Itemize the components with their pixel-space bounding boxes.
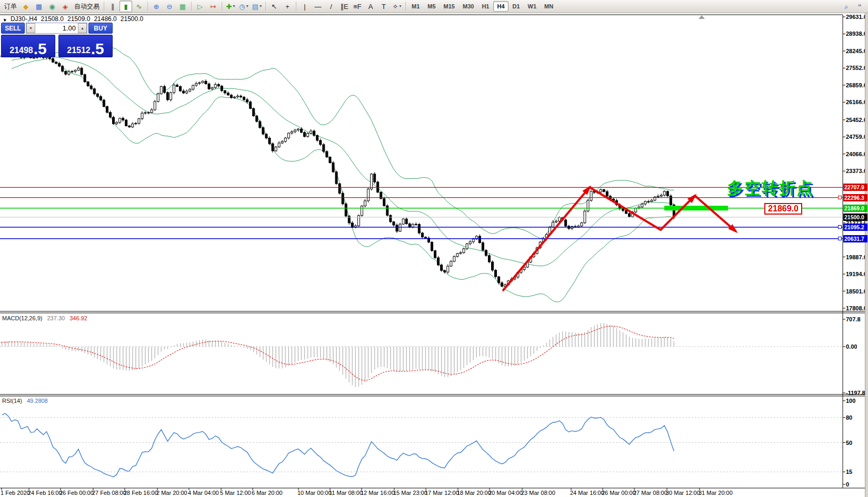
chat-icon[interactable]: ❝ [853, 1, 866, 12]
buy-button[interactable]: BUY [88, 23, 113, 34]
timeframe-h4-button[interactable]: H4 [493, 1, 508, 12]
time-tick-label: 2 Mar 20:00 [156, 490, 187, 496]
volume-input[interactable]: 1.00 [35, 23, 78, 33]
dropdown-caret-icon[interactable]: ▾ [399, 4, 401, 8]
time-tick-label: 30 Mar 12:00 [666, 490, 700, 496]
bar-chart-icon[interactable]: ∥ [106, 1, 119, 12]
price-tick-label: 19887.0 [846, 254, 867, 260]
price-tick-label: 26859.0 [846, 82, 867, 88]
new-order-icon[interactable]: ◆ [19, 1, 32, 12]
fibonacci-icon[interactable]: ≡F [351, 1, 364, 12]
trendline-icon[interactable]: / [325, 1, 337, 12]
indicators-icon[interactable]: ✚▾ [224, 1, 237, 12]
timeframe-w1-button[interactable]: W1 [524, 1, 541, 12]
periods-icon[interactable]: ◷▾ [237, 1, 250, 12]
timeframe-mn-button[interactable]: MN [541, 1, 557, 12]
line-chart-icon[interactable]: ∿ [133, 1, 145, 12]
equidistant-channel-icon[interactable]: ∥E [338, 1, 351, 12]
price-tick-label: 23373.0 [846, 168, 867, 174]
time-tick-label: 10 Mar 00:00 [297, 490, 332, 496]
timeframe-h1-button[interactable]: H1 [478, 1, 493, 12]
auto-scroll-icon[interactable]: ▷ [194, 1, 206, 12]
toolbar-separator [147, 2, 148, 11]
buy-price[interactable]: 21512 .5 [58, 35, 113, 57]
toolbar-separator [405, 2, 406, 11]
price-tick-label: 27552.0 [846, 65, 867, 71]
dropdown-caret-icon[interactable]: ▾ [233, 4, 235, 8]
highlight-bar [664, 206, 728, 210]
price-tick-label: 25452.0 [846, 117, 867, 123]
timeframe-m30-button[interactable]: M30 [459, 1, 477, 12]
chart-shift-marker-icon[interactable] [699, 15, 705, 19]
line-anchor-square[interactable] [838, 196, 842, 199]
price-tick-label: 26166.0 [846, 99, 867, 105]
volume-increase-button[interactable]: ▲ [78, 23, 87, 33]
templates-icon[interactable]: ▤▾ [251, 1, 263, 12]
time-tick-label: 23 Mar 08:00 [521, 490, 555, 496]
text-label-icon[interactable]: T [377, 1, 390, 12]
panel-borders [0, 15, 865, 490]
candles [0, 53, 675, 287]
volume-stepper: ▼ 1.00 ▲ [26, 23, 87, 34]
ohlc-high: 21509.0 [67, 15, 90, 23]
price-tick-label: 17808.0 [846, 305, 867, 311]
text-icon[interactable]: A [364, 1, 377, 12]
dropdown-caret-icon[interactable]: ▾ [246, 4, 248, 8]
bollinger-bands [12, 47, 674, 302]
rsi-panel [0, 413, 843, 477]
mt4-window: 订单◆▦◉◈自动交易∥▮∿⊕⊖▦▷↦✚▾◷▾▤▾↖+|—/∥E≡FAT✧▾M1M… [0, 0, 868, 497]
horizontal-line-icon[interactable]: — [312, 1, 324, 12]
autotrading-icon[interactable]: ◈ [59, 1, 72, 12]
zoom-in-icon[interactable]: ⊕ [150, 1, 163, 12]
price-tick-label: 19194.0 [846, 271, 867, 277]
search-icon[interactable]: ⌕ [840, 1, 853, 12]
price-tick-label: 24759.0 [846, 134, 867, 140]
sell-price[interactable]: 21498 .5 [1, 35, 55, 57]
zoom-out-icon[interactable]: ⊖ [163, 1, 176, 12]
line-anchor-square[interactable] [838, 225, 842, 229]
sell-button[interactable]: SELL [1, 23, 25, 34]
vertical-line-icon[interactable]: | [298, 1, 311, 12]
ohlc-close: 21500.0 [121, 15, 143, 23]
rsi-tick-label: 50 [846, 440, 852, 446]
time-tick-label: 26 Mar 00:00 [602, 490, 636, 496]
price-badge: 21500.0 [843, 214, 867, 221]
buy-price-frac: .5 [91, 42, 104, 56]
timeframe-d1-button[interactable]: D1 [509, 1, 524, 12]
timeframe-m1-button[interactable]: M1 [408, 1, 423, 12]
signals-icon[interactable]: ◉ [46, 1, 58, 12]
crosshair-icon[interactable]: + [281, 1, 294, 12]
toolbar: 订单◆▦◉◈自动交易∥▮∿⊕⊖▦▷↦✚▾◷▾▤▾↖+|—/∥E≡FAT✧▾M1M… [0, 0, 868, 13]
turning-point-annotation: 多空转折点 [727, 177, 814, 199]
volume-decrease-button[interactable]: ▼ [26, 23, 35, 33]
macd-tick-label: 0.00 [846, 343, 857, 350]
one-click-trade-panel: SELL ▼ 1.00 ▲ BUY 21498 .5 21512 .5 [1, 23, 113, 57]
arrows-icon[interactable]: ✧▾ [391, 1, 403, 12]
rsi-indicator-label: RSI(14) 49.2808 [2, 398, 48, 404]
level-price-label: 21869.0 [764, 203, 802, 215]
macd-indicator-label: MACD(12,26,9) 237.30 346.92 [2, 315, 87, 321]
timeframe-m5-button[interactable]: M5 [424, 1, 439, 12]
tile-windows-icon[interactable]: ▦ [176, 1, 189, 12]
time-tick-label: 24 Mar 16:00 [570, 490, 604, 496]
rsi-tick-label: 80 [846, 414, 852, 421]
time-tick-label: 6 Mar 20:00 [252, 490, 283, 496]
price-tick-label: 18501.0 [846, 288, 867, 295]
dropdown-caret-icon[interactable]: ▾ [260, 4, 262, 8]
time-tick-label: 4 Mar 04:00 [188, 490, 219, 496]
time-tick-label: 27 Feb 08:00 [92, 490, 126, 496]
market-watch-icon[interactable]: ▦ [33, 1, 45, 12]
trend-arrows [503, 185, 738, 291]
time-tick-label: 11 Mar 08:00 [329, 490, 363, 496]
line-anchor-square[interactable] [838, 237, 842, 240]
time-tick-label: 15 Mar 23:00 [393, 490, 427, 496]
autotrading-label[interactable]: 自动交易 [74, 2, 99, 11]
toolbar-separator [265, 2, 266, 11]
chart-canvas[interactable] [0, 0, 868, 497]
cursor-icon[interactable]: ↖ [268, 1, 281, 12]
chart-shift-icon[interactable]: ↦ [207, 1, 220, 12]
macd-panel [0, 323, 843, 387]
candlestick-chart-icon[interactable]: ▮ [119, 1, 132, 12]
timeframe-m15-button[interactable]: M15 [440, 1, 458, 12]
time-tick-label: 18 Mar 20:00 [457, 490, 491, 496]
